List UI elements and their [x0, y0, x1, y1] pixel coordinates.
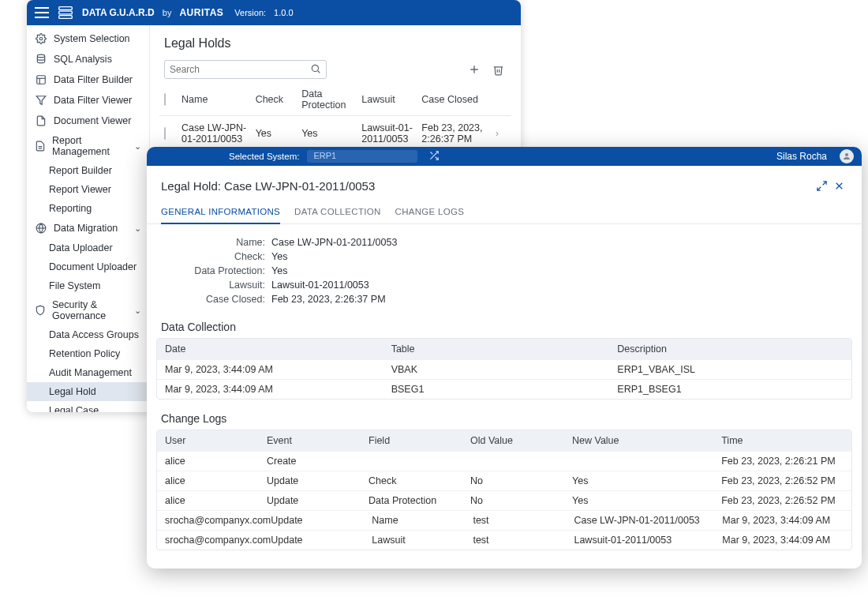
close-icon[interactable] [830, 177, 847, 194]
cell-time: Mar 9, 2023, 3:44:09 AM [722, 515, 844, 526]
select-all-checkbox[interactable] [164, 93, 166, 106]
sidebar-item-data-filter-viewer[interactable]: Data Filter Viewer [27, 90, 149, 111]
svg-line-23 [817, 186, 820, 190]
table-row[interactable]: srocha@companyx.comUpdateNametestCase LW… [157, 510, 851, 530]
svg-line-15 [318, 70, 320, 73]
switch-system-icon[interactable] [428, 150, 440, 163]
sidebar-item-sql-analysis[interactable]: SQL Analysis [27, 49, 149, 69]
cell-date: Mar 9, 2023, 3:44:09 AM [165, 364, 391, 375]
cell-field: Name [372, 515, 473, 526]
search-input[interactable] [170, 64, 310, 75]
sidebar-item-system-selection[interactable]: System Selection [27, 28, 149, 49]
cell-desc: ERP1_BSEG1 [617, 384, 844, 395]
app-logo-icon [57, 4, 74, 21]
change-logs-table: User Event Field Old Value New Value Tim… [156, 430, 852, 550]
sidebar-item-label: Document Viewer [54, 115, 131, 126]
sidebar-item-label: Data Uploader [49, 242, 113, 253]
sidebar-item-reporting[interactable]: Reporting [27, 199, 149, 218]
legal-holds-table: Name Check Data Protection Lawsuit Case … [150, 84, 521, 152]
svg-rect-5 [37, 76, 46, 84]
sidebar-item-label: Report Viewer [49, 184, 111, 195]
app-name: DATA G.U.A.R.D [82, 7, 155, 18]
sidebar-item-label: File System [49, 280, 100, 291]
info-lawsuit-value: Lawsuit-01-2011/0053 [271, 280, 369, 291]
tab-data-collection[interactable]: DATA COLLECTION [294, 202, 381, 223]
sidebar: System SelectionSQL AnalysisData Filter … [27, 25, 150, 412]
sidebar-item-label: Legal Hold [49, 386, 96, 397]
info-lawsuit-label: Lawsuit: [161, 280, 271, 291]
sidebar-item-label: Legal Case [49, 405, 99, 412]
cell-user: srocha@companyx.com [165, 515, 271, 526]
sidebar-item-label: Document Uploader [49, 261, 137, 272]
row-checkbox[interactable] [164, 127, 166, 140]
sidebar-item-legal-case[interactable]: Legal Case [27, 401, 149, 412]
chevron-down-icon: ⌄ [134, 141, 141, 152]
sidebar-item-data-migration[interactable]: Data Migration⌄ [27, 218, 149, 238]
shield-icon [35, 304, 46, 317]
svg-line-20 [431, 152, 433, 154]
cell-event: Update [271, 515, 372, 526]
cell-field: Lawsuit [372, 535, 473, 546]
table-row[interactable]: Mar 9, 2023, 3:44:09 AMVBAKERP1_VBAK_ISL [157, 359, 851, 379]
sidebar-item-data-uploader[interactable]: Data Uploader [27, 238, 149, 257]
tab-general-informations[interactable]: GENERAL INFORMATIONS [161, 202, 280, 224]
sidebar-item-file-system[interactable]: File System [27, 276, 149, 295]
cell-time: Feb 23, 2023, 2:26:21 PM [721, 456, 844, 467]
col-user: User [165, 435, 267, 446]
chevron-down-icon: ⌄ [134, 306, 141, 316]
system-select[interactable]: ERP1 [307, 150, 417, 163]
cell-event: Update [267, 475, 369, 486]
sidebar-item-report-viewer[interactable]: Report Viewer [27, 180, 149, 199]
table-row[interactable]: aliceUpdateCheckNoYesFeb 23, 2023, 2:26:… [157, 471, 851, 490]
cell-date: Mar 9, 2023, 3:44:09 AM [165, 384, 391, 395]
sidebar-item-label: System Selection [54, 33, 130, 44]
filter-icon [35, 94, 47, 107]
col-case-closed: Case Closed [421, 94, 496, 105]
legal-hold-detail-window: Selected System: ERP1 Silas Rocha Legal … [147, 147, 862, 569]
add-button[interactable] [466, 61, 483, 78]
cell-name: Case LW-JPN-01-2011/0053 [181, 122, 256, 144]
search-icon[interactable] [310, 63, 321, 77]
expand-icon[interactable] [813, 177, 830, 194]
delete-button[interactable] [489, 61, 507, 78]
cell-closed: Feb 23, 2023, 2:26:37 PM [421, 122, 496, 144]
sidebar-item-security-governance[interactable]: Security & Governance⌄ [27, 295, 149, 325]
hamburger-icon[interactable] [35, 7, 49, 18]
cell-event: Create [267, 456, 369, 467]
cell-new: Case LW-JPN-01-2011/0053 [574, 515, 722, 526]
table-row[interactable]: srocha@companyx.comUpdateLawsuittestLaws… [157, 530, 851, 550]
selected-system-label: Selected System: [229, 152, 299, 161]
info-closed-value: Feb 23, 2023, 2:26:37 PM [271, 294, 386, 305]
svg-rect-2 [59, 16, 73, 19]
table-row[interactable]: aliceCreateFeb 23, 2023, 2:26:21 PM [157, 451, 851, 471]
avatar[interactable] [840, 149, 854, 163]
cell-new [572, 456, 721, 467]
sidebar-item-document-uploader[interactable]: Document Uploader [27, 257, 149, 276]
table-row[interactable]: aliceUpdateData ProtectionNoYesFeb 23, 2… [157, 490, 851, 510]
cell-dp: Yes [301, 128, 361, 139]
cell-user: alice [165, 475, 267, 486]
sidebar-item-data-filter-builder[interactable]: Data Filter Builder [27, 69, 149, 90]
tab-change-logs[interactable]: CHANGE LOGS [395, 202, 465, 223]
sidebar-item-data-access-groups[interactable]: Data Access Groups [27, 325, 149, 344]
sidebar-item-document-viewer[interactable]: Document Viewer [27, 111, 149, 131]
cell-new: Yes [572, 475, 721, 486]
sidebar-item-legal-hold[interactable]: Legal Hold [27, 382, 149, 401]
sidebar-item-label: Data Access Groups [49, 329, 139, 340]
general-info: Name:Case LW-JPN-01-2011/0053 Check:Yes … [147, 224, 862, 311]
sidebar-item-label: SQL Analysis [54, 54, 112, 65]
filter-build-icon [35, 73, 47, 86]
sidebar-item-report-builder[interactable]: Report Builder [27, 161, 149, 180]
sidebar-item-label: Reporting [49, 203, 92, 214]
sidebar-item-retention-policy[interactable]: Retention Policy [27, 344, 149, 363]
sidebar-item-report-management[interactable]: Report Management⌄ [27, 131, 149, 161]
col-table: Table [391, 343, 618, 355]
sidebar-item-label: Retention Policy [49, 348, 120, 359]
table-row[interactable]: Mar 9, 2023, 3:44:09 AMBSEG1ERP1_BSEG1 [157, 379, 851, 399]
search-input-wrap[interactable] [164, 60, 327, 79]
col-data-protection: Data Protection [301, 88, 361, 111]
svg-point-4 [37, 54, 44, 58]
cell-check: Yes [256, 128, 302, 139]
sidebar-item-audit-management[interactable]: Audit Management [27, 363, 149, 382]
chevron-right-icon[interactable]: › [496, 128, 511, 139]
